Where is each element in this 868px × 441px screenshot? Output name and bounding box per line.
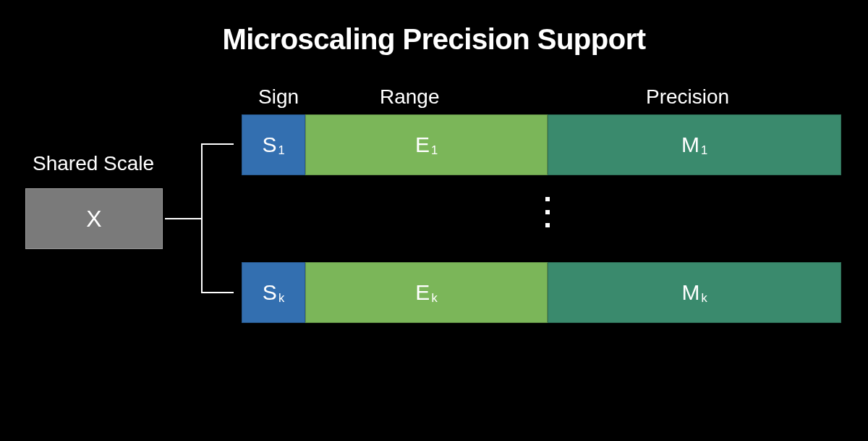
sign-segment: Sk — [242, 262, 305, 323]
column-header-precision: Precision — [646, 85, 729, 109]
precision-base: M — [681, 280, 699, 305]
precision-subscript: 1 — [701, 143, 707, 157]
row-last: Sk Ek Mk — [242, 262, 841, 323]
row-first: S1 E1 M1 — [242, 114, 841, 175]
range-subscript: k — [431, 291, 437, 305]
range-base: E — [415, 280, 430, 305]
range-segment: Ek — [305, 262, 548, 323]
shared-scale-box: X — [25, 188, 163, 249]
precision-base: M — [681, 133, 699, 157]
range-base: E — [415, 133, 430, 157]
range-subscript: 1 — [431, 143, 438, 157]
sign-segment: S1 — [242, 114, 305, 175]
precision-segment: M1 — [548, 114, 841, 175]
range-segment: E1 — [305, 114, 548, 175]
sign-subscript: k — [278, 291, 284, 305]
column-header-sign: Sign — [258, 85, 299, 109]
column-header-range: Range — [380, 85, 440, 109]
sign-subscript: 1 — [278, 143, 284, 157]
bracket-connector — [165, 143, 234, 293]
ellipsis-icon — [545, 197, 550, 227]
sign-base: S — [262, 133, 276, 157]
diagram-title: Microscaling Precision Support — [0, 0, 868, 56]
sign-base: S — [263, 280, 277, 305]
precision-subscript: k — [701, 291, 707, 305]
precision-segment: Mk — [548, 262, 841, 323]
shared-scale-label: Shared Scale — [33, 152, 154, 175]
